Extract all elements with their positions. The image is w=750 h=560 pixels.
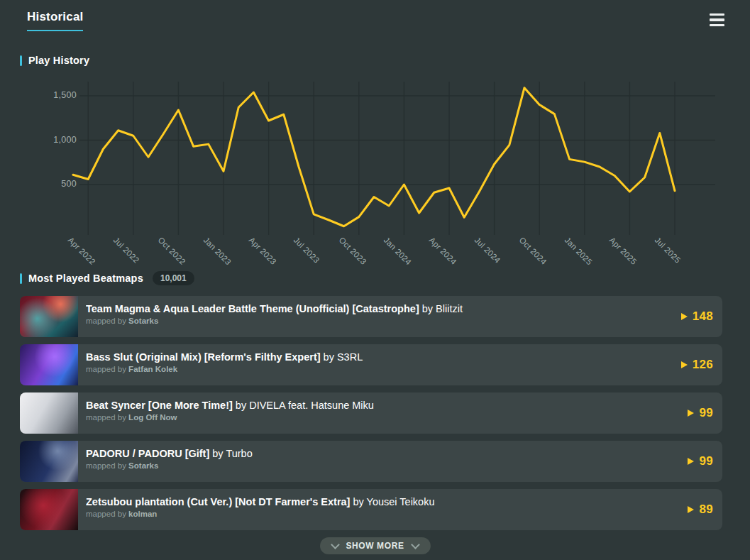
beatmap-mapper-line: mapped by Log Off Now xyxy=(86,413,688,422)
menu-bar xyxy=(710,18,724,21)
top-navigation-bar: Historical xyxy=(0,0,750,40)
mapper-link[interactable]: Log Off Now xyxy=(128,413,177,422)
show-more-button[interactable]: SHOW MORE xyxy=(319,537,430,554)
beatmap-artist-text: by S3RL xyxy=(324,351,363,363)
beatmap-row[interactable]: PADORU / PADORU [Gift] by Turbo mapped b… xyxy=(20,441,722,482)
beatmap-info: PADORU / PADORU [Gift] by Turbo mapped b… xyxy=(78,441,688,482)
play-count-value: 99 xyxy=(699,406,713,420)
section-marker xyxy=(20,273,22,284)
beatmap-row[interactable]: Beat Syncer [One More Time!] by DIVELA f… xyxy=(20,392,722,434)
play-icon xyxy=(681,313,688,320)
play-history-header: Play History xyxy=(20,54,89,67)
chevron-down-icon xyxy=(411,540,420,549)
play-history-title: Play History xyxy=(28,55,89,66)
play-count-value: 148 xyxy=(693,309,713,324)
play-icon xyxy=(688,410,694,417)
play-icon xyxy=(688,506,694,513)
most-played-header: Most Played Beatmaps 10,001 xyxy=(20,272,194,285)
beatmap-info: Bass Slut (Original Mix) [Reform's Filth… xyxy=(78,344,681,385)
dark-blue-car-cover xyxy=(20,441,78,482)
mapper-link[interactable]: Sotarks xyxy=(128,461,158,470)
play-count: 99 xyxy=(688,392,722,434)
mapper-link[interactable]: kolman xyxy=(128,510,157,518)
dark-red-anime-cover xyxy=(20,489,78,530)
menu-bar xyxy=(710,13,724,16)
beatmap-title-text: Zetsubou plantation (Cut Ver.) [Not DT F… xyxy=(86,496,350,507)
section-marker xyxy=(20,55,22,66)
beatmap-mapper-line: mapped by Sotarks xyxy=(86,461,688,470)
mapper-link[interactable]: Fatfan Kolek xyxy=(128,365,177,373)
beatmap-row[interactable]: Bass Slut (Original Mix) [Reform's Filth… xyxy=(20,344,722,385)
most-played-beatmaps-list: Team Magma & Aqua Leader Battle Theme (U… xyxy=(20,296,722,530)
beatmap-mapper-line: mapped by Sotarks xyxy=(86,317,681,325)
beatmap-title-text: Bass Slut (Original Mix) [Reform's Filth… xyxy=(86,351,321,363)
mapped-by-label: mapped by xyxy=(86,461,126,470)
beatmap-title: Beat Syncer [One More Time!] by DIVELA f… xyxy=(86,400,688,411)
play-count: 148 xyxy=(681,296,722,337)
beatmap-title: Zetsubou plantation (Cut Ver.) [Not DT F… xyxy=(86,496,688,507)
mapped-by-label: mapped by xyxy=(86,365,126,373)
play-count-value: 99 xyxy=(699,454,713,468)
chevron-down-icon xyxy=(331,540,340,549)
beatmap-info: Zetsubou plantation (Cut Ver.) [Not DT F… xyxy=(78,489,688,530)
mapper-link[interactable]: Sotarks xyxy=(128,317,158,325)
play-count: 99 xyxy=(688,441,722,482)
most-played-title: Most Played Beatmaps xyxy=(28,273,143,284)
beatmap-row[interactable]: Team Magma & Aqua Leader Battle Theme (U… xyxy=(20,296,722,337)
menu-bar xyxy=(710,24,724,26)
play-icon xyxy=(688,458,694,465)
beatmap-mapper-line: mapped by kolman xyxy=(86,510,688,518)
play-icon xyxy=(681,361,688,368)
mapped-by-label: mapped by xyxy=(86,413,126,422)
beatmap-count-badge: 10,001 xyxy=(153,271,194,285)
nebula-treble-clef-cover xyxy=(20,296,78,337)
play-history-chart: 5001,0001,500Apr 2022Jul 2022Oct 2022Jan… xyxy=(0,67,750,280)
beatmap-title: Bass Slut (Original Mix) [Reform's Filth… xyxy=(86,351,681,363)
mapped-by-label: mapped by xyxy=(86,317,126,325)
beatmap-info: Beat Syncer [One More Time!] by DIVELA f… xyxy=(78,392,688,434)
beatmap-artist-text: by DIVELA feat. Hatsune Miku xyxy=(236,400,374,411)
beatmap-title: PADORU / PADORU [Gift] by Turbo xyxy=(86,448,688,459)
beatmap-artist-text: by Turbo xyxy=(212,448,252,459)
tab-historical[interactable]: Historical xyxy=(27,10,83,31)
beatmap-artist-text: by Yousei Teikoku xyxy=(353,496,434,507)
beatmap-title-text: PADORU / PADORU [Gift] xyxy=(86,448,209,459)
beatmap-artist-text: by Bliitzit xyxy=(422,303,463,314)
beatmap-info: Team Magma & Aqua Leader Battle Theme (U… xyxy=(78,296,681,337)
show-more-label: SHOW MORE xyxy=(346,541,404,551)
beatmap-mapper-line: mapped by Fatfan Kolek xyxy=(86,365,681,373)
beatmap-title-text: Beat Syncer [One More Time!] xyxy=(86,400,233,411)
beatmap-row[interactable]: Zetsubou plantation (Cut Ver.) [Not DT F… xyxy=(20,489,722,530)
play-count-value: 89 xyxy=(699,503,713,517)
play-count-value: 126 xyxy=(693,358,713,372)
purple-city-cover xyxy=(20,344,78,385)
mapped-by-label: mapped by xyxy=(86,510,126,518)
play-count: 126 xyxy=(681,344,722,385)
play-count: 89 xyxy=(688,489,722,530)
white-anime-cover xyxy=(20,392,78,434)
hamburger-menu-icon[interactable] xyxy=(710,13,724,26)
beatmap-title: Team Magma & Aqua Leader Battle Theme (U… xyxy=(86,303,681,314)
beatmap-title-text: Team Magma & Aqua Leader Battle Theme (U… xyxy=(86,303,419,314)
